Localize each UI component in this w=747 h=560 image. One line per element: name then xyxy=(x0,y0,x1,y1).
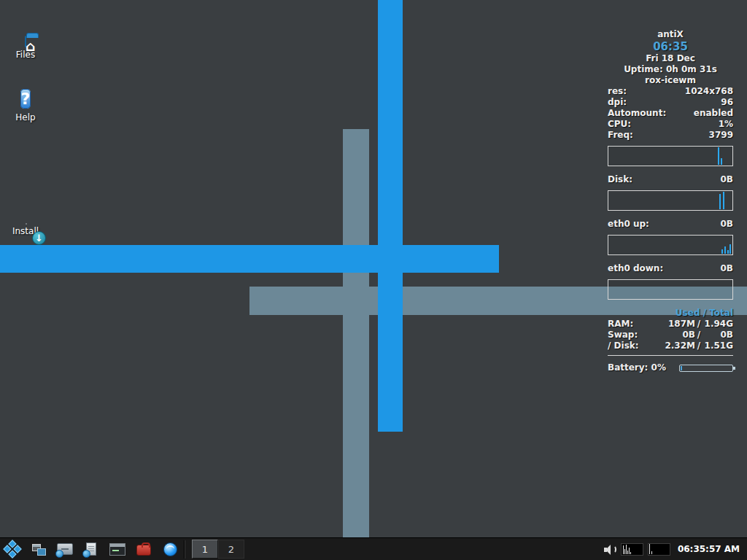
window-list-button[interactable] xyxy=(29,540,48,559)
volume-icon[interactable] xyxy=(604,544,616,555)
taskbar-tray: 06:35:57 AM xyxy=(604,543,747,556)
control-centre-button[interactable] xyxy=(134,540,153,559)
swap-label: Swap: xyxy=(608,330,660,341)
stat-value: 1% xyxy=(719,119,733,130)
control-centre-icon xyxy=(136,545,151,556)
ram-row: RAM: 187M / 1.94G xyxy=(608,319,733,330)
wallpaper-blue-vertical-bar xyxy=(378,0,403,432)
conky-eth0-down-row: eth0 down: 0B xyxy=(608,263,733,274)
root-disk-row: / Disk: 2.32M / 1.51G xyxy=(608,341,733,351)
desktop-icon-files[interactable]: ⌂ Files xyxy=(0,36,51,60)
conky-stat-row: CPU: 1% xyxy=(608,119,733,130)
battery-fill xyxy=(681,366,682,370)
desktop-icon-help[interactable]: ? Help xyxy=(0,89,51,122)
conky-system-monitor: antiX 06:35 Fri 18 Dec Uptime: 0h 0m 31s… xyxy=(608,29,733,373)
stat-label: Automount: xyxy=(608,108,666,119)
download-arrow-badge: ↓ xyxy=(32,231,46,245)
root-disk-used: 2.32M xyxy=(660,341,695,351)
stat-label: Freq: xyxy=(608,130,633,141)
used-total-header: Used / Total xyxy=(608,308,733,319)
desktop-icon-install[interactable]: ↓ Install xyxy=(0,223,51,236)
ram-label: RAM: xyxy=(608,319,660,330)
battery-gauge xyxy=(679,365,733,372)
stat-value: 96 xyxy=(721,97,733,108)
wallpaper-blue-horizontal-bar xyxy=(0,245,499,273)
eth0-up-label: eth0 up: xyxy=(608,219,649,230)
disk-value: 0B xyxy=(721,174,734,185)
workspace-button-1[interactable]: 1 xyxy=(192,540,218,559)
stat-label: dpi: xyxy=(608,97,627,108)
browser-icon xyxy=(163,542,177,556)
wallpaper-gray-vertical-bar xyxy=(343,129,369,537)
disk-label: Disk: xyxy=(608,174,632,185)
workspace-button-2[interactable]: 2 xyxy=(218,540,244,559)
conky-title: antiX xyxy=(608,29,733,40)
swap-used: 0B xyxy=(660,330,695,341)
conky-stat-row: res: 747x560 xyxy=(608,86,733,97)
cpu-usage-graph xyxy=(608,146,733,166)
terminal-icon xyxy=(109,543,125,556)
net-monitor-applet[interactable] xyxy=(648,543,670,556)
blue-badge-icon xyxy=(82,550,90,558)
conky-stat-row: Freq: 3799 xyxy=(608,130,733,141)
eth0-up-value: 0B xyxy=(721,219,734,230)
battery-row: Battery: 0% xyxy=(608,362,733,373)
terminal-button[interactable] xyxy=(108,540,127,559)
eth0-down-graph xyxy=(608,279,733,300)
taskbar-separator xyxy=(184,540,185,559)
blue-badge-icon xyxy=(55,550,63,558)
start-menu-button[interactable] xyxy=(3,540,22,559)
browser-button[interactable] xyxy=(160,540,179,559)
conky-divider xyxy=(608,355,733,356)
root-disk-total: 1.51G xyxy=(703,341,733,351)
conky-disk-row: Disk: 0B xyxy=(608,174,733,185)
file-manager-icon xyxy=(57,542,73,556)
conky-clock: 06:35 xyxy=(608,40,733,53)
slash-separator: / xyxy=(695,330,703,341)
stat-value: 747x560 xyxy=(685,86,733,97)
conky-uptime: Uptime: 0h 0m 31s xyxy=(608,64,733,75)
stat-value: enabled xyxy=(694,108,733,119)
taskbar-clock: 06:35:57 AM xyxy=(678,544,740,554)
windows-icon xyxy=(32,543,46,556)
disk-io-graph xyxy=(608,190,733,211)
slash-separator: / xyxy=(695,319,703,330)
help-question-icon: ? xyxy=(20,89,31,109)
stat-label: res: xyxy=(608,86,627,97)
slash-separator: / xyxy=(695,341,703,351)
conky-stat-row: Automount: enabled xyxy=(608,108,733,119)
home-folder-icon: ⌂ xyxy=(25,36,26,47)
stat-value: 3799 xyxy=(709,130,733,141)
package-installer-icon xyxy=(84,542,98,556)
eth0-down-value: 0B xyxy=(721,263,734,274)
battery-nub xyxy=(733,367,735,370)
disc-ring xyxy=(26,223,27,225)
desktop-icon-label: Help xyxy=(0,112,51,122)
battery-label: Battery: 0% xyxy=(608,362,666,373)
taskbar-launchers xyxy=(0,540,179,559)
antix-menu-icon xyxy=(3,540,21,558)
eth0-down-label: eth0 down: xyxy=(608,263,663,274)
root-disk-label: / Disk: xyxy=(608,341,660,351)
ram-used: 187M xyxy=(660,319,695,330)
conky-date: Fri 18 Dec xyxy=(608,53,733,64)
package-installer-button[interactable] xyxy=(82,540,101,559)
conky-eth0-up-row: eth0 up: 0B xyxy=(608,219,733,230)
ram-total: 1.94G xyxy=(703,319,733,330)
swap-row: Swap: 0B / 0B xyxy=(608,330,733,341)
cpu-monitor-applet[interactable] xyxy=(621,543,643,556)
file-manager-button[interactable] xyxy=(55,540,74,559)
stat-label: CPU: xyxy=(608,119,631,130)
taskbar: 1 2 06:35:57 AM xyxy=(0,537,747,560)
eth0-up-graph xyxy=(608,235,733,255)
swap-total: 0B xyxy=(703,330,733,341)
conky-stat-row: dpi: 96 xyxy=(608,97,733,108)
conky-wm: rox-icewm xyxy=(608,75,733,86)
